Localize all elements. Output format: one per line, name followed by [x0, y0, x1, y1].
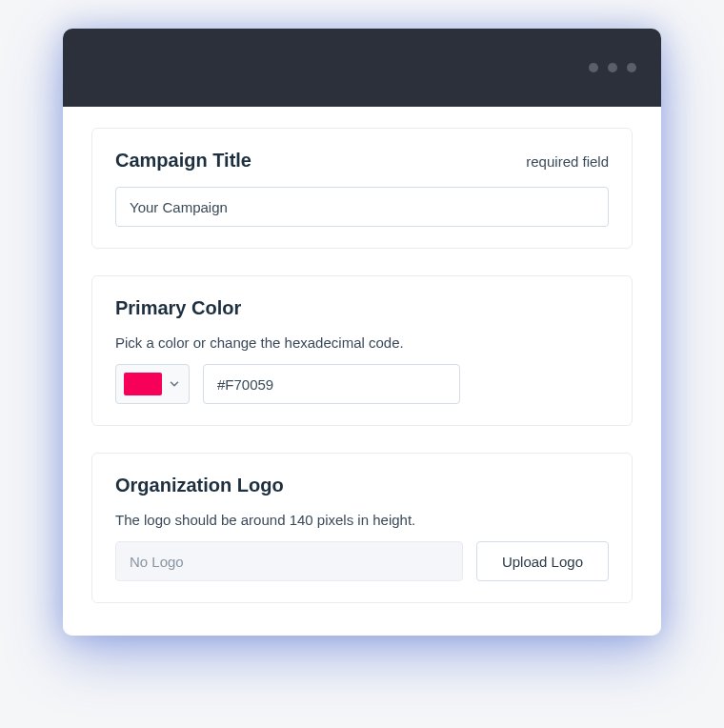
window-control-dot: [608, 63, 617, 72]
window-control-dot: [589, 63, 598, 72]
card-header: Primary Color: [115, 297, 609, 319]
color-swatch: [124, 373, 162, 395]
logo-row: No Logo Upload Logo: [115, 541, 609, 581]
required-field-label: required field: [526, 153, 609, 170]
campaign-title-label: Campaign Title: [115, 150, 251, 172]
card-header: Campaign Title required field: [115, 150, 609, 172]
organization-logo-label: Organization Logo: [115, 475, 284, 496]
primary-color-help: Pick a color or change the hexadecimal c…: [115, 334, 609, 351]
primary-color-card: Primary Color Pick a color or change the…: [91, 275, 633, 426]
card-header: Organization Logo: [115, 475, 609, 496]
hex-code-input[interactable]: [203, 364, 460, 404]
window-titlebar: [63, 29, 661, 107]
logo-filename-display: No Logo: [115, 541, 463, 581]
organization-logo-card: Organization Logo The logo should be aro…: [91, 453, 633, 603]
color-row: [115, 364, 609, 404]
window-control-dot: [627, 63, 636, 72]
upload-logo-button[interactable]: Upload Logo: [476, 541, 609, 581]
color-picker-button[interactable]: [115, 364, 190, 404]
chevron-down-icon: [168, 377, 181, 391]
content-area: Campaign Title required field Primary Co…: [63, 107, 661, 636]
organization-logo-help: The logo should be around 140 pixels in …: [115, 512, 609, 528]
campaign-title-input[interactable]: [115, 187, 609, 227]
app-window: Campaign Title required field Primary Co…: [63, 29, 661, 636]
primary-color-label: Primary Color: [115, 297, 241, 319]
campaign-title-card: Campaign Title required field: [91, 128, 633, 249]
